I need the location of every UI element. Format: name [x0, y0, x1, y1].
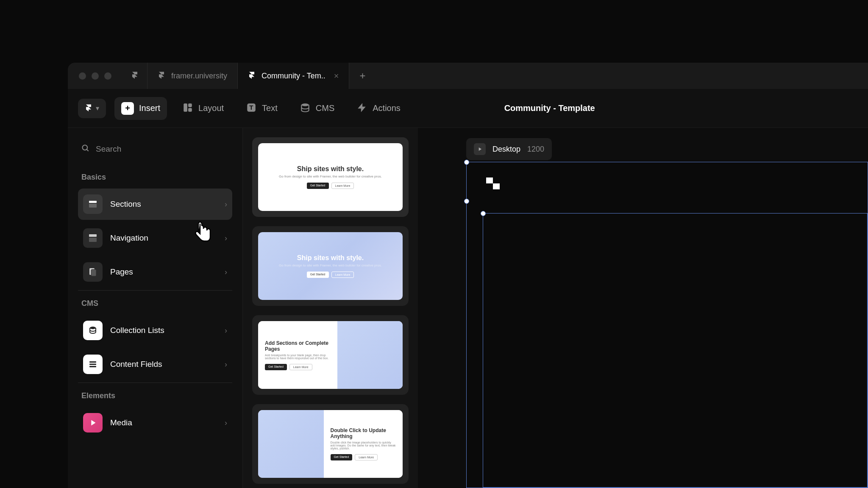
sidebar-item-label: Media: [110, 418, 217, 427]
lightning-icon: [356, 102, 367, 115]
preview-subtitle: Double click the image placeholders to q…: [331, 441, 396, 450]
insert-sidebar: Search Basics Sections › Navigation ›: [68, 128, 243, 488]
svg-rect-13: [91, 269, 96, 276]
close-window-button[interactable]: [79, 72, 86, 80]
svg-rect-10: [89, 234, 97, 237]
media-icon: [83, 413, 103, 433]
tool-label: CMS: [316, 103, 334, 113]
section-header-elements: Elements: [78, 383, 232, 407]
text-tool-button[interactable]: T Text: [239, 97, 284, 120]
template-card[interactable]: Double Click to Update Anything Double c…: [252, 404, 409, 484]
section-header-cms: CMS: [78, 290, 232, 315]
breakpoint-width: 1200: [527, 145, 544, 154]
framer-logo-icon: [131, 71, 139, 80]
preview-subtitle: Go from design to site with Framer, the …: [279, 175, 382, 178]
preview-button: Learn More: [331, 272, 354, 278]
template-card[interactable]: Ship sites with style. Go from design to…: [252, 226, 409, 306]
svg-rect-8: [89, 201, 97, 203]
search-icon: [81, 144, 90, 154]
minimize-window-button[interactable]: [92, 72, 99, 80]
template-card[interactable]: Ship sites with style. Go from design to…: [252, 137, 409, 217]
template-card[interactable]: Add Sections or Complete Pages Add break…: [252, 315, 409, 395]
framer-logo-icon: [248, 71, 256, 80]
framer-logo-icon: [85, 104, 92, 113]
preview-title: Add Sections or Complete Pages: [265, 340, 331, 352]
preview-button: Get Started: [331, 454, 353, 460]
insert-tool-button[interactable]: + Insert: [114, 97, 167, 120]
tab-label: framer.university: [171, 72, 227, 80]
svg-rect-11: [89, 238, 97, 242]
svg-point-6: [83, 145, 88, 150]
canvas-logo-icon: [484, 174, 502, 193]
content-fields-icon: [83, 355, 103, 374]
plus-icon: +: [121, 102, 134, 115]
app-window: framer.university Community - Tem.. × + …: [68, 63, 868, 488]
close-tab-icon[interactable]: ×: [334, 71, 339, 81]
sidebar-item-pages[interactable]: Pages ›: [78, 256, 232, 288]
sidebar-item-navigation[interactable]: Navigation ›: [78, 222, 232, 254]
main-area: Search Basics Sections › Navigation ›: [68, 128, 868, 488]
preview-button: Learn More: [331, 183, 354, 189]
svg-rect-1: [188, 103, 192, 107]
framer-logo-icon: [158, 71, 165, 80]
svg-rect-15: [89, 361, 96, 363]
maximize-window-button[interactable]: [104, 72, 111, 80]
selection-handle[interactable]: [481, 211, 486, 216]
preview-title: Double Click to Update Anything: [331, 427, 396, 439]
window-controls: [68, 72, 122, 80]
preview-title: Ship sites with style.: [297, 254, 364, 262]
chevron-right-icon: ›: [225, 234, 227, 243]
sidebar-item-label: Sections: [110, 200, 217, 209]
selection-handle[interactable]: [464, 199, 469, 204]
template-preview: Ship sites with style. Go from design to…: [258, 143, 403, 211]
cms-tool-button[interactable]: CMS: [293, 97, 341, 120]
chevron-right-icon: ›: [225, 360, 227, 369]
sections-icon: [83, 194, 103, 214]
document-title: Community - Template: [504, 103, 595, 113]
layout-tool-button[interactable]: Layout: [175, 97, 231, 120]
template-preview: Add Sections or Complete Pages Add break…: [258, 321, 403, 389]
svg-line-7: [87, 150, 89, 151]
actions-tool-button[interactable]: Actions: [350, 97, 407, 120]
navigation-icon: [83, 228, 103, 248]
tab-community-template[interactable]: Community - Tem.. ×: [238, 63, 349, 89]
chevron-right-icon: ›: [225, 419, 227, 427]
new-tab-button[interactable]: +: [349, 63, 376, 89]
text-icon: T: [246, 102, 257, 115]
canvas-inner-frame[interactable]: [483, 213, 868, 488]
svg-point-14: [90, 327, 96, 329]
tool-label: Text: [262, 103, 278, 113]
selection-handle[interactable]: [464, 160, 469, 165]
section-header-basics: Basics: [78, 169, 232, 189]
search-input[interactable]: Search: [78, 138, 232, 160]
database-icon: [300, 102, 311, 115]
collection-lists-icon: [83, 321, 103, 340]
tab-framer-university[interactable]: framer.university: [147, 63, 238, 89]
tool-label: Layout: [198, 103, 224, 113]
sidebar-item-label: Navigation: [110, 233, 217, 243]
svg-rect-9: [89, 204, 97, 208]
sidebar-item-collection-lists[interactable]: Collection Lists ›: [78, 315, 232, 346]
sidebar-item-content-fields[interactable]: Content Fields ›: [78, 349, 232, 380]
template-preview: Double Click to Update Anything Double c…: [258, 410, 403, 478]
breakpoint-selector[interactable]: Desktop 1200: [466, 138, 552, 160]
chevron-right-icon: ›: [225, 268, 227, 277]
tab-home[interactable]: [122, 63, 147, 89]
sidebar-item-label: Content Fields: [110, 360, 217, 369]
toolbar: ▾ + Insert Layout T Text CMS: [68, 89, 868, 128]
sidebar-item-media[interactable]: Media ›: [78, 407, 232, 438]
play-icon: [474, 143, 486, 155]
preview-subtitle: Go from design to site with Framer, the …: [279, 263, 382, 267]
preview-button: Get Started: [307, 183, 329, 189]
chevron-right-icon: ›: [225, 326, 227, 335]
chevron-down-icon: ▾: [96, 104, 99, 112]
sidebar-item-sections[interactable]: Sections ›: [78, 189, 232, 220]
pages-icon: [83, 262, 103, 282]
sidebar-item-label: Pages: [110, 267, 217, 277]
preview-button: Get Started: [307, 272, 329, 278]
canvas-frame[interactable]: [466, 162, 868, 488]
app-menu-dropdown[interactable]: ▾: [78, 99, 106, 118]
layout-icon: [182, 102, 193, 115]
canvas-area[interactable]: Desktop 1200: [418, 128, 868, 488]
preview-subtitle: Add breakpoints to your blank page, then…: [265, 354, 331, 360]
